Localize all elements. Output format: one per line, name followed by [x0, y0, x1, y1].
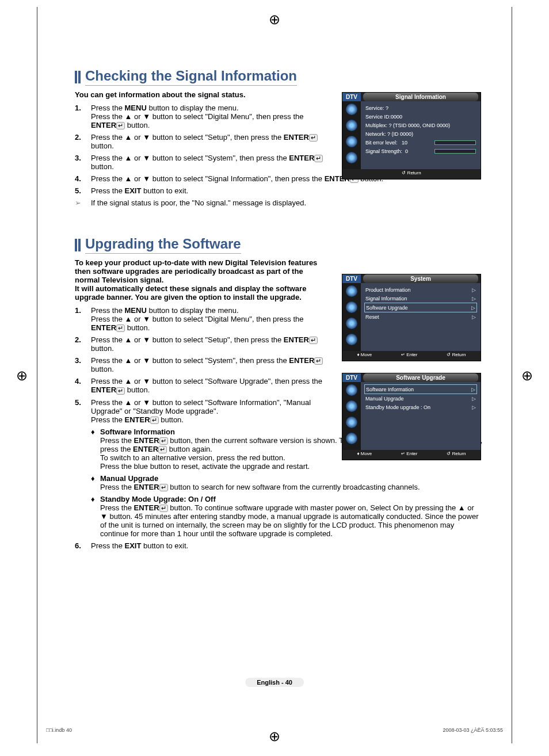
heading-bars-icon [75, 239, 82, 253]
menu-item[interactable]: Product Information▷ [364, 285, 477, 294]
note-arrow-icon: ➢ [75, 198, 91, 207]
heading-1: Checking the Signal Information [85, 68, 297, 86]
step-2-6: Press the EXIT button to exit. [91, 541, 483, 550]
sidebar-icon [346, 334, 357, 345]
osd-panel: Service: ? Service ID:0000 Multiplex: ? … [361, 101, 481, 169]
sidebar-icon [346, 152, 357, 163]
step-2-1: Press the MENU button to display the men… [91, 306, 328, 332]
step-2-4: Press the ▲ or ▼ button to select "Softw… [91, 377, 328, 394]
step-1-1: Press the MENU button to display the men… [91, 104, 328, 129]
sidebar-icon [346, 318, 357, 329]
page-number: English - 40 [245, 678, 304, 687]
sidebar-icon [346, 384, 357, 396]
steps-list-2: 1.Press the MENU button to display the m… [75, 306, 328, 423]
bit-error-bar [434, 140, 476, 145]
osd-footer: ♦ Move↵ Enter↺ Return [342, 450, 481, 457]
sub-heading: Manual Upgrade [100, 474, 420, 483]
sidebar-icon [346, 301, 357, 313]
sidebar-icon [346, 120, 357, 131]
registration-mark-top: ⊕ [269, 12, 280, 28]
step-1-3: Press the ▲ or ▼ button to select "Syste… [91, 154, 328, 171]
menu-item[interactable]: Software Information▷ [364, 384, 477, 394]
sidebar-icon [346, 285, 357, 297]
menu-item[interactable]: Software Upgrade▷ [364, 303, 477, 312]
registration-mark-bottom: ⊕ [269, 728, 280, 744]
sidebar-icon [346, 400, 357, 412]
osd-footer: ♦ Move↵ Enter↺ Return [342, 351, 481, 358]
heading-2: Upgrading the Software [85, 236, 241, 254]
osd-sidebar [342, 101, 361, 169]
sidebar-icon [346, 417, 357, 428]
sub-body: Press the ENTER↵ button to search for ne… [100, 483, 420, 491]
crop-mark-left [37, 7, 37, 743]
heading-bars-icon [75, 71, 82, 85]
osd-sidebar [342, 382, 361, 450]
print-date: 2008-03-03 ¿ÀÈÄ 5:03:55 [443, 727, 503, 733]
registration-mark-right: ⊕ [521, 368, 533, 384]
sidebar-icon [346, 136, 357, 147]
dtv-badge: DTV [342, 93, 361, 101]
step-2-3: Press the ▲ or ▼ button to select "Syste… [91, 356, 328, 373]
step-1-5: Press the EXIT button to exit. [91, 186, 483, 195]
step-1-2: Press the ▲ or ▼ button to select "Setup… [91, 133, 328, 150]
bullet-diamond-icon: ♦ [91, 495, 100, 538]
step-2-5: Press the ▲ or ▼ button to select "Softw… [91, 398, 328, 424]
sub-heading: Standby Mode Upgrade: On / Off [100, 495, 483, 503]
registration-mark-left: ⊕ [16, 368, 28, 384]
osd-panel: Software Information▷Manual Upgrade▷Stan… [361, 382, 481, 450]
osd-footer: ↺ Return [342, 169, 481, 177]
note-1: ➢If the signal status is poor, the "No s… [75, 198, 483, 207]
sidebar-icon [346, 433, 357, 444]
step-2-2: Press the ▲ or ▼ button to select "Setup… [91, 335, 328, 353]
steps-list-1: 1.Press the MENU button to display the m… [75, 104, 328, 171]
indb-marker: □□i.indb 40 [46, 727, 72, 733]
signal-strength-bar [434, 149, 476, 154]
bullet-diamond-icon: ♦ [91, 427, 100, 471]
osd-panel: Product Information▷Signal Information▷S… [361, 283, 481, 351]
osd-title: System [363, 274, 478, 283]
dtv-badge: DTV [342, 274, 361, 283]
menu-item[interactable]: Signal Information▷ [364, 294, 477, 303]
osd-software-upgrade: DTVSoftware Upgrade Software Information… [342, 373, 481, 460]
sidebar-icon [346, 104, 357, 115]
osd-sidebar [342, 283, 361, 351]
osd-title: Software Upgrade [363, 373, 478, 382]
osd-system: DTVSystem Product Information▷Signal Inf… [342, 274, 481, 361]
osd-title: Signal Information [363, 93, 478, 101]
osd-signal-information: DTVSignal Information Service: ? Service… [342, 92, 481, 180]
menu-item[interactable]: Reset▷ [364, 312, 477, 321]
bullet-diamond-icon: ♦ [91, 474, 100, 491]
dtv-badge: DTV [342, 373, 361, 382]
sub-body: Press the ENTER↵ button. To continue sof… [100, 503, 483, 538]
menu-item[interactable]: Standby Mode upgrade : On▷ [364, 403, 477, 411]
menu-item[interactable]: Manual Upgrade▷ [364, 394, 477, 403]
crop-mark-right [512, 7, 512, 743]
intro-2: To keep your product up-to-date with new… [75, 258, 328, 301]
